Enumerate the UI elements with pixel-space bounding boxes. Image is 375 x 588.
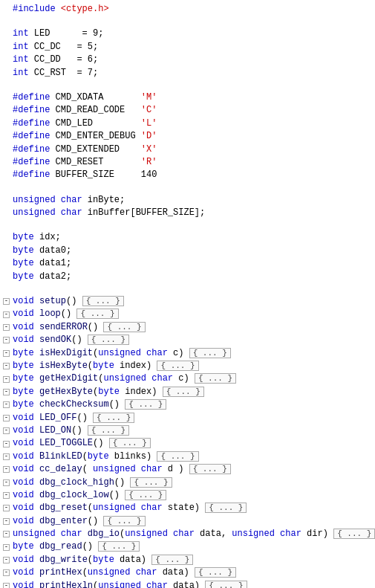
code-text: byte dbg_read() { ... } [13, 540, 140, 553]
code-line: -void LED_TOGGLE() { ... } [0, 437, 375, 450]
fold-toggle[interactable]: - [3, 544, 10, 551]
code-line: -void sendERROR() { ... } [0, 321, 375, 334]
fold-toggle[interactable]: - [3, 389, 10, 395]
code-text: byte data0; [13, 245, 71, 257]
code-line: #include <ctype.h> [0, 3, 375, 16]
code-line: -byte isHexDigit(unsigned char c) { ... … [0, 347, 375, 360]
code-text: byte isHexDigit(unsigned char c) { ... } [13, 347, 231, 360]
code-line: #define CMD_XDATA 'M' [0, 91, 375, 104]
code-line: -byte checkChecksum() { ... } [0, 398, 375, 411]
code-text: void sendERROR() { ... } [13, 321, 146, 334]
code-line: byte data1; [0, 257, 375, 270]
code-text: #define CMD_EXTENDED 'X' [13, 143, 157, 156]
code-line: -void LED_OFF() { ... } [0, 412, 375, 424]
code-line: #define BUFFER_SIZE 140 [0, 169, 375, 181]
code-text: #define CMD_ENTER_DEBUG 'D' [13, 130, 157, 143]
code-text: void dbg_enter() { ... } [13, 515, 146, 528]
code-text: int CC_DC = 5; [13, 41, 98, 54]
fold-toggle[interactable]: - [3, 415, 10, 421]
code-text: #include <ctype.h> [13, 3, 109, 16]
code-text: byte getHexDigit(unsigned char c) { ... … [13, 372, 236, 385]
code-text: unsigned char inByte; [13, 194, 125, 207]
code-text: void printHexln(unsigned char data) { ..… [13, 580, 247, 588]
code-line: #define CMD_EXTENDED 'X' [0, 143, 375, 156]
code-line: -byte isHexByte(byte index) { ... } [0, 360, 375, 372]
fold-toggle[interactable]: - [3, 427, 10, 434]
code-line: -void setup() { ... } [0, 295, 375, 308]
code-text: byte isHexByte(byte index) { ... } [13, 360, 199, 372]
code-line: int CC_DC = 5; [0, 41, 375, 54]
code-text: void LED_TOGGLE() { ... } [13, 437, 151, 450]
code-text: #define CMD_LED 'L' [13, 117, 157, 130]
fold-toggle[interactable]: - [3, 441, 10, 448]
code-text: void dbg_write(byte data) { ... } [13, 554, 193, 566]
code-text: void LED_OFF() { ... } [13, 412, 134, 424]
code-text: #define CMD_RESET 'R' [13, 156, 157, 169]
code-line: unsigned char inByte; [0, 194, 375, 207]
code-line [0, 16, 375, 28]
fold-toggle[interactable]: - [3, 505, 10, 511]
fold-toggle[interactable]: - [3, 583, 10, 588]
code-editor: #include <ctype.h>int LED = 9;int CC_DC … [0, 0, 375, 588]
code-text: int LED = 9; [13, 28, 103, 40]
code-line [0, 182, 375, 194]
code-line: int CC_RST = 7; [0, 67, 375, 80]
code-text: void BlinkLED(byte blinks) { ... } [13, 450, 199, 463]
code-line: byte idx; [0, 231, 375, 244]
code-line: -void loop() { ... } [0, 308, 375, 320]
code-line: -void dbg_clock_high() { ... } [0, 476, 375, 489]
fold-toggle[interactable]: - [3, 337, 10, 343]
code-line: -unsigned char dbg_io(unsigned char data… [0, 528, 375, 540]
code-line: int LED = 9; [0, 28, 375, 40]
code-line: -void cc_delay( unsigned char d ) { ... … [0, 463, 375, 476]
code-line: byte data0; [0, 245, 375, 257]
code-text: byte data2; [13, 271, 71, 283]
code-line: -byte getHexDigit(unsigned char c) { ...… [0, 372, 375, 385]
fold-toggle[interactable]: - [3, 363, 10, 369]
code-text: #define BUFFER_SIZE 140 [13, 169, 157, 181]
code-line: -byte dbg_read() { ... } [0, 540, 375, 553]
code-line: -void dbg_reset(unsigned char state) { .… [0, 502, 375, 514]
code-line: unsigned char inBuffer[BUFFER_SIZE]; [0, 207, 375, 219]
code-line: -void printHex(unsigned char data) { ...… [0, 566, 375, 579]
fold-toggle[interactable]: - [3, 479, 10, 486]
fold-toggle[interactable]: - [3, 518, 10, 525]
code-text: unsigned char inBuffer[BUFFER_SIZE]; [13, 207, 205, 219]
code-line: int CC_DD = 6; [0, 54, 375, 66]
code-text: void dbg_clock_low() { ... } [13, 489, 166, 502]
code-text: unsigned char dbg_io(unsigned char data,… [13, 528, 375, 540]
fold-toggle[interactable]: - [3, 376, 10, 383]
fold-toggle[interactable]: - [3, 401, 10, 408]
code-line: -void LED_ON() { ... } [0, 424, 375, 437]
code-line: -void dbg_enter() { ... } [0, 515, 375, 528]
fold-toggle[interactable]: - [3, 466, 10, 473]
code-line: #define CMD_LED 'L' [0, 117, 375, 130]
code-line: -void printHexln(unsigned char data) { .… [0, 580, 375, 588]
code-line: -void dbg_write(byte data) { ... } [0, 554, 375, 566]
code-text: byte data1; [13, 257, 71, 270]
code-text: void printHex(unsigned char data) { ... … [13, 566, 236, 579]
code-line: -void BlinkLED(byte blinks) { ... } [0, 450, 375, 463]
code-line: #define CMD_RESET 'R' [0, 156, 375, 169]
code-line: -void dbg_clock_low() { ... } [0, 489, 375, 502]
code-text: void dbg_reset(unsigned char state) { ..… [13, 502, 247, 514]
code-text: #define CMD_READ_CODE 'C' [13, 104, 157, 117]
fold-toggle[interactable]: - [3, 492, 10, 499]
code-text: void setup() { ... } [13, 295, 124, 308]
fold-toggle[interactable]: - [3, 311, 10, 318]
fold-toggle[interactable]: - [3, 531, 10, 537]
fold-toggle[interactable]: - [3, 453, 10, 460]
code-text: int CC_DD = 6; [13, 54, 98, 66]
code-text: void dbg_clock_high() { ... } [13, 476, 172, 489]
code-text: byte idx; [13, 231, 61, 244]
fold-toggle[interactable]: - [3, 324, 10, 331]
fold-toggle[interactable]: - [3, 298, 10, 305]
fold-toggle[interactable]: - [3, 350, 10, 357]
code-text: void loop() { ... } [13, 308, 119, 320]
fold-toggle[interactable]: - [3, 569, 10, 576]
code-text: #define CMD_XDATA 'M' [13, 91, 157, 104]
code-line [0, 219, 375, 231]
code-text: void sendOK() { ... } [13, 334, 129, 346]
code-line: -byte getHexByte(byte index) { ... } [0, 386, 375, 398]
fold-toggle[interactable]: - [3, 557, 10, 563]
